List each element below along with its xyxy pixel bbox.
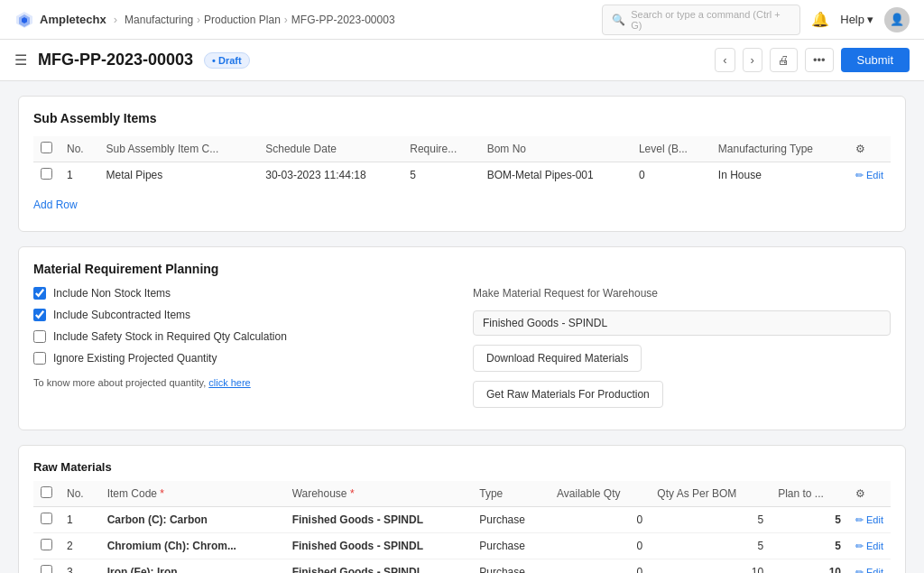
breadcrumb-production-plan[interactable]: Production Plan xyxy=(204,14,281,26)
ignoreprojected-checkbox[interactable] xyxy=(33,352,46,365)
download-required-materials-button[interactable]: Download Required Materials xyxy=(473,345,642,372)
breadcrumb-sep-0: › xyxy=(114,13,117,26)
sub-header-actions: ‹ › 🖨 ••• Submit xyxy=(715,48,910,72)
table-row: 1 Metal Pipes 30-03-2023 11:44:18 5 BOM-… xyxy=(33,162,891,189)
row-schedule-date: 30-03-2023 11:44:18 xyxy=(258,162,402,189)
logo-text: Ampletechx xyxy=(40,13,106,26)
nonstock-row: Include Non Stock Items xyxy=(33,287,451,300)
pencil-icon: ✏ xyxy=(855,567,864,574)
help-label: Help xyxy=(840,13,864,26)
col-no: No. xyxy=(60,136,99,162)
next-button[interactable]: › xyxy=(743,48,762,72)
raw-materials-title: Raw Materials xyxy=(33,460,891,474)
row-checkbox[interactable] xyxy=(41,539,52,550)
raw-materials-table: No. Item Code * Warehouse * Type Availab… xyxy=(33,481,891,573)
click-here-link[interactable]: click here xyxy=(208,377,250,388)
get-raw-materials-button[interactable]: Get Raw Materials For Production xyxy=(473,381,663,408)
logo: Ampletechx xyxy=(14,10,106,30)
row-item-code: Iron (Fe): Iron xyxy=(100,559,285,574)
row-checkbox[interactable] xyxy=(41,565,52,573)
row-edit-link[interactable]: ✏ Edit xyxy=(855,567,883,574)
col-item: Sub Assembly Item C... xyxy=(99,136,259,162)
raw-col-no: No. xyxy=(60,481,100,507)
subcontracted-label: Include Subcontracted Items xyxy=(53,309,190,321)
row-item: Metal Pipes xyxy=(99,162,259,189)
sub-assembly-table: No. Sub Assembly Item C... Schedule Date… xyxy=(33,136,891,188)
row-type: Purchase xyxy=(472,559,550,574)
row-mfg-type: In House xyxy=(711,162,848,189)
mrp-title: Material Requirement Planning xyxy=(33,262,891,276)
row-checkbox[interactable] xyxy=(41,513,52,524)
nonstock-checkbox[interactable] xyxy=(33,287,46,300)
sub-assembly-add-row[interactable]: Add Row xyxy=(33,193,78,217)
logo-icon xyxy=(14,10,34,30)
hamburger-icon[interactable]: ☰ xyxy=(14,51,27,69)
raw-select-all[interactable] xyxy=(41,486,52,498)
ignoreprojected-row: Ignore Existing Projected Quantity xyxy=(33,352,451,365)
row-plan-to: 10 xyxy=(771,559,848,574)
breadcrumb-manufacturing[interactable]: Manufacturing xyxy=(125,14,193,26)
row-item-code: Carbon (C): Carbon xyxy=(100,507,285,533)
row-warehouse: Finished Goods - SPINDL xyxy=(285,533,473,559)
row-no: 1 xyxy=(60,162,99,189)
nav-right: 🔍 Search or type a command (Ctrl + G) 🔔 … xyxy=(602,5,910,35)
table-row: 2 Chromium (Ch): Chrom... Finished Goods… xyxy=(33,533,891,559)
row-qty-per-bom: 5 xyxy=(650,507,771,533)
col-bom-no: Bom No xyxy=(480,136,632,162)
row-qty-per-bom: 10 xyxy=(650,559,771,574)
table-row: 3 Iron (Fe): Iron Finished Goods - SPIND… xyxy=(33,559,891,574)
more-button[interactable]: ••• xyxy=(805,48,834,72)
subcontracted-checkbox[interactable] xyxy=(33,309,46,321)
row-edit-link[interactable]: ✏ Edit xyxy=(855,170,883,181)
breadcrumb-sep-2: › xyxy=(284,14,288,26)
raw-col-qty-bom: Qty As Per BOM xyxy=(650,481,771,507)
mrp-right: Make Material Request for Warehouse Fini… xyxy=(473,287,891,408)
col-level: Level (B... xyxy=(632,136,711,162)
ignoreprojected-label: Ignore Existing Projected Quantity xyxy=(53,352,217,365)
raw-materials-section: Raw Materials No. Item Code * Warehouse … xyxy=(18,445,906,573)
info-text-static: To know more about projected quantity, xyxy=(33,377,206,388)
row-available-qty: 0 xyxy=(550,533,650,559)
row-qty-per-bom: 5 xyxy=(650,533,771,559)
avatar[interactable]: 👤 xyxy=(884,7,910,32)
row-warehouse: Finished Goods - SPINDL xyxy=(285,507,473,533)
notification-bell-icon[interactable]: 🔔 xyxy=(811,11,829,28)
pencil-icon: ✏ xyxy=(855,514,864,526)
sub-assembly-title: Sub Assembly Items xyxy=(33,111,891,125)
row-bom-no: BOM-Metal Pipes-001 xyxy=(480,162,632,189)
safetystock-row: Include Safety Stock in Required Qty Cal… xyxy=(33,330,451,343)
nonstock-label: Include Non Stock Items xyxy=(53,287,171,300)
raw-col-warehouse: Warehouse * xyxy=(285,481,473,507)
search-icon: 🔍 xyxy=(612,14,625,26)
sub-header: ☰ MFG-PP-2023-00003 • Draft ‹ › 🖨 ••• Su… xyxy=(0,40,924,81)
row-plan-to: 5 xyxy=(771,507,848,533)
col-settings: ⚙ xyxy=(848,136,891,162)
row-available-qty: 0 xyxy=(550,559,650,574)
row-item-code: Chromium (Ch): Chrom... xyxy=(100,533,285,559)
print-button[interactable]: 🖨 xyxy=(770,48,798,72)
doc-title: MFG-PP-2023-00003 xyxy=(38,51,193,69)
row-no: 2 xyxy=(60,533,100,559)
mrp-left: Include Non Stock Items Include Subcontr… xyxy=(33,287,451,408)
row-plan-to: 5 xyxy=(771,533,848,559)
row-available-qty: 0 xyxy=(550,507,650,533)
breadcrumb-doc-id[interactable]: MFG-PP-2023-00003 xyxy=(291,14,395,26)
row-level: 0 xyxy=(632,162,711,189)
raw-col-settings: ⚙ xyxy=(848,481,891,507)
sub-assembly-select-all[interactable] xyxy=(41,142,52,153)
row-type: Purchase xyxy=(472,507,550,533)
raw-col-plan-to: Plan to ... xyxy=(771,481,848,507)
safetystock-checkbox[interactable] xyxy=(33,330,46,343)
help-button[interactable]: Help ▾ xyxy=(840,13,873,26)
row-edit-link[interactable]: ✏ Edit xyxy=(855,514,883,526)
row-type: Purchase xyxy=(472,533,550,559)
search-box[interactable]: 🔍 Search or type a command (Ctrl + G) xyxy=(602,5,800,35)
table-row: 1 Carbon (C): Carbon Finished Goods - SP… xyxy=(33,507,891,533)
warehouse-value[interactable]: Finished Goods - SPINDL xyxy=(473,310,891,336)
col-mfg-type: Manufacturing Type xyxy=(711,136,848,162)
row-edit-link[interactable]: ✏ Edit xyxy=(855,541,883,552)
submit-button[interactable]: Submit xyxy=(841,48,910,72)
row-checkbox[interactable] xyxy=(41,168,52,180)
prev-button[interactable]: ‹ xyxy=(715,48,735,72)
raw-col-available: Available Qty xyxy=(550,481,650,507)
